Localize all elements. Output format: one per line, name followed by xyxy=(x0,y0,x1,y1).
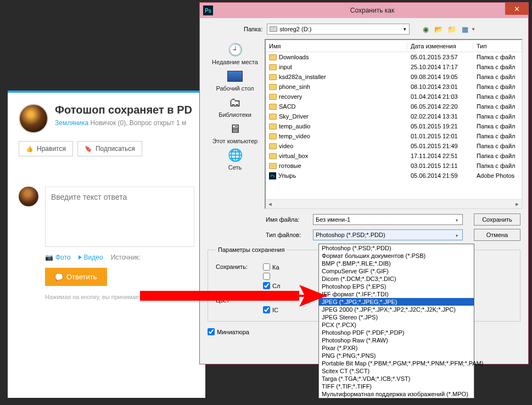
file-row[interactable]: Downloads05.01.2015 23:57Папка с файл xyxy=(266,52,522,62)
file-name: Упырь xyxy=(278,172,296,179)
media-row: Фото Видео Источник: xyxy=(45,249,194,268)
filetype-select[interactable]: Photoshop (*.PSD;*.PDD)▾ xyxy=(313,229,463,240)
file-type: Папка с файл xyxy=(473,153,522,159)
dropdown-option[interactable]: Photoshop (*.PSD;*.PDD) xyxy=(319,244,474,252)
video-label: Видео xyxy=(84,254,103,261)
file-list-rows: Downloads05.01.2015 23:57Папка с файлinp… xyxy=(266,52,522,181)
dropdown-option[interactable]: Формат больших документов (*.PSB) xyxy=(319,252,474,260)
dropdown-option[interactable]: PNG (*.PNG;*.PNS) xyxy=(319,352,474,359)
file-date: 02.02.2014 13:31 xyxy=(407,113,473,120)
place-libraries[interactable]: Библиотеки xyxy=(219,95,251,118)
scroll-left-icon[interactable]: ◄ xyxy=(266,201,275,207)
file-row[interactable]: temp_audio05.01.2015 19:21Папка с файл xyxy=(266,121,522,131)
file-row[interactable]: temp_video01.01.2015 12:01Папка с файл xyxy=(266,131,522,141)
col-name[interactable]: Имя xyxy=(266,43,407,49)
file-row[interactable]: recovery01.04.2014 21:03Папка с файл xyxy=(266,92,522,102)
file-type: Папка с файл xyxy=(473,74,522,80)
up-folder-icon[interactable]: 📂 xyxy=(434,24,444,34)
chevron-down-icon[interactable]: ▾ xyxy=(453,232,461,239)
dropdown-option[interactable]: JPEG (*.JPG;*.JPEG;*.JPE) xyxy=(319,298,474,306)
post-title: Фотошоп сохраняет в PD xyxy=(55,104,192,116)
add-video-link[interactable]: Видео xyxy=(79,254,103,261)
file-row[interactable]: Sky_Driver02.02.2014 13:31Папка с файл xyxy=(266,111,522,121)
col-type[interactable]: Тип xyxy=(473,43,522,49)
save-button[interactable]: Сохранить xyxy=(474,213,520,226)
filetype-label: Тип файлов: xyxy=(266,232,307,238)
dropdown-option[interactable]: JPEG Stereo (*.JPS) xyxy=(319,313,474,321)
file-name: temp_audio xyxy=(279,123,311,130)
photo-label: Фото xyxy=(55,254,71,261)
chevron-down-icon[interactable]: ▾ xyxy=(453,216,461,224)
like-button[interactable]: Нравится xyxy=(19,141,73,156)
chk-layers[interactable]: Сл xyxy=(263,282,280,289)
dropdown-option[interactable]: CompuServe GIF (*.GIF) xyxy=(319,267,474,275)
disclaimer: Нажимая на кнопку, вы принимаете услови xyxy=(45,294,194,300)
file-name: готовые xyxy=(279,162,301,169)
file-name: SACD xyxy=(279,103,296,110)
window-title: Сохранить как xyxy=(216,7,528,14)
dropdown-option[interactable]: IFF формат (*.IFF;*.TDI) xyxy=(319,290,474,298)
place-desktop[interactable]: Рабочий стол xyxy=(216,69,254,92)
dropdown-option[interactable]: Portable Bit Map (*.PBM;*.PGM;*.PPM;*.PN… xyxy=(319,359,474,367)
place-network[interactable]: Сеть xyxy=(226,148,244,171)
answer-button[interactable]: Ответить xyxy=(45,268,107,286)
col-date[interactable]: Дата изменения xyxy=(407,43,473,49)
post-actions: Нравится Подписаться xyxy=(19,141,194,156)
chk-icc[interactable]: IC xyxy=(263,306,278,313)
file-row[interactable]: phone_sinh08.10.2014 23:01Папка с файл xyxy=(266,82,522,92)
dropdown-option[interactable]: Photoshop EPS (*.EPS) xyxy=(319,283,474,290)
forum-panel: Фотошоп сохраняет в PD Земляника Новичок… xyxy=(8,91,205,398)
psd-file-icon: Ps xyxy=(269,172,276,179)
chk-alpha[interactable] xyxy=(263,273,280,280)
dropdown-option[interactable]: Pixar (*.PXR) xyxy=(319,344,474,352)
file-row[interactable]: video05.01.2015 21:49Папка с файл xyxy=(266,141,522,151)
filetype-dropdown[interactable]: Photoshop (*.PSD;*.PDD)Формат больших до… xyxy=(318,244,474,398)
dropdown-option[interactable]: Scitex CT (*.SCT) xyxy=(319,367,474,375)
user-avatar[interactable] xyxy=(19,187,38,206)
folder-icon xyxy=(269,123,277,130)
avatar[interactable] xyxy=(19,104,48,133)
chk-as-copy[interactable]: Ка xyxy=(263,263,280,271)
file-row[interactable]: PsУпырь05.06.2014 21:59Adobe Photos xyxy=(266,171,522,181)
horizontal-scrollbar[interactable]: ◄► xyxy=(266,199,522,208)
photoshop-icon: Ps xyxy=(203,5,213,15)
dropdown-option[interactable]: Photoshop PDF (*.PDF;*.PDP) xyxy=(319,329,474,336)
file-row[interactable]: input25.10.2014 17:17Папка с файл xyxy=(266,62,522,72)
dropdown-option[interactable]: Dicom (*.DCM;*.DC3;*.DIC) xyxy=(319,275,474,283)
dropdown-option[interactable]: Photoshop Raw (*.RAW) xyxy=(319,336,474,344)
back-icon[interactable]: ◉ xyxy=(421,24,430,34)
answer-textarea[interactable] xyxy=(45,187,194,247)
chevron-down-icon[interactable]: ▼ xyxy=(471,27,475,32)
place-recent[interactable]: Недавние места xyxy=(212,42,258,65)
color-label: Цвет xyxy=(216,297,254,303)
subscribe-button[interactable]: Подписаться xyxy=(77,141,142,156)
dropdown-option[interactable]: Targa (*.TGA;*.VDA;*.ICB;*.VST) xyxy=(319,375,474,383)
dropdown-option[interactable]: TIFF (*.TIF;*.TIFF) xyxy=(319,383,474,390)
filename-row: Имя файла: Без имени-1▾ Сохранить xyxy=(266,213,520,226)
dropdown-option[interactable]: PCX (*.PCX) xyxy=(319,321,474,329)
place-computer[interactable]: Этот компьютер xyxy=(212,121,257,144)
author-link[interactable]: Земляника xyxy=(55,119,88,127)
chk-thumbnail[interactable]: Миниатюра xyxy=(208,328,249,335)
file-list-header[interactable]: Имя Дата изменения Тип xyxy=(266,40,522,52)
file-row[interactable]: virtual_box17.11.2014 22:51Папка с файл xyxy=(266,151,522,161)
dropdown-option[interactable]: BMP (*.BMP;*.RLE;*.DIB) xyxy=(319,260,474,267)
titlebar[interactable]: Ps Сохранить как ✕ xyxy=(200,3,528,18)
add-photo-link[interactable]: Фото xyxy=(45,254,71,261)
cancel-button[interactable]: Отмена xyxy=(474,229,520,241)
filename-input[interactable]: Без имени-1▾ xyxy=(313,214,463,225)
file-row[interactable]: готовые03.01.2015 12:11Папка с файл xyxy=(266,161,522,171)
file-row[interactable]: SACD06.05.2014 22:20Папка с файл xyxy=(266,102,522,111)
close-button[interactable]: ✕ xyxy=(505,3,528,15)
scroll-right-icon[interactable]: ► xyxy=(513,201,522,207)
folder-select[interactable]: storeg2 (D:) ▼ xyxy=(267,24,410,35)
view-mode-icon[interactable]: ▦ xyxy=(460,24,470,34)
dropdown-option[interactable]: Мультиформатная поддержка изображений (*… xyxy=(319,390,474,398)
file-row[interactable]: ksd282a_installer09.08.2014 19:05Папка с… xyxy=(266,72,522,82)
dropdown-option[interactable]: JPEG 2000 (*.JPF;*.JPX;*.JP2;*.J2C;*.J2K… xyxy=(319,306,474,313)
new-folder-icon[interactable]: 📁 xyxy=(447,24,457,34)
libraries-icon xyxy=(226,95,244,110)
drive-icon xyxy=(270,26,277,32)
file-date: 05.06.2014 21:59 xyxy=(407,172,473,179)
chk-label: IC xyxy=(272,307,278,313)
